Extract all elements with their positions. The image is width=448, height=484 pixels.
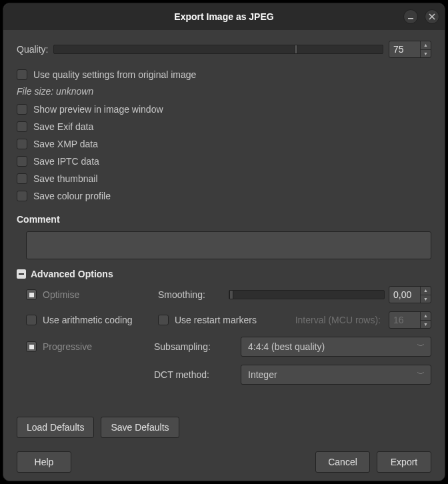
minimize-icon: [407, 13, 414, 20]
save-colour-profile-checkbox[interactable]: [17, 191, 27, 201]
smoothing-value[interactable]: 0,00: [389, 287, 420, 303]
load-defaults-button[interactable]: Load Defaults: [17, 417, 94, 438]
subsampling-select[interactable]: 4:4:4 (best quality) 〉: [241, 337, 431, 357]
smoothing-slider-thumb[interactable]: [229, 290, 233, 299]
dct-select[interactable]: Integer 〉: [241, 365, 431, 385]
interval-spinbox: 16 ▲ ▼: [389, 311, 431, 329]
smoothing-down[interactable]: ▼: [421, 295, 431, 303]
save-iptc-label: Save IPTC data: [33, 156, 99, 167]
cancel-button[interactable]: Cancel: [315, 451, 370, 473]
save-exif-label: Save Exif data: [33, 121, 93, 132]
smoothing-spinbox[interactable]: 0,00 ▲ ▼: [389, 286, 431, 303]
dialog-content: Quality: 75 ▲ ▼ Use quality settings fro…: [3, 30, 445, 481]
save-xmp-checkbox[interactable]: [17, 139, 27, 149]
filesize-text: File size: unknown: [17, 86, 431, 97]
restart-markers-label: Use restart markers: [175, 315, 257, 325]
comment-textarea[interactable]: [26, 231, 431, 259]
optimise-checkbox[interactable]: [26, 289, 37, 300]
quality-down[interactable]: ▼: [421, 50, 431, 58]
smoothing-slider[interactable]: [229, 290, 385, 299]
subsampling-label: Subsampling:: [154, 341, 241, 352]
use-original-quality-label: Use quality settings from original image: [33, 69, 196, 80]
dct-value: Integer: [248, 369, 277, 380]
advanced-expander-toggle[interactable]: [17, 269, 26, 279]
save-thumbnail-label: Save thumbnail: [33, 173, 98, 184]
smoothing-label: Smoothing:: [158, 289, 225, 300]
progressive-checkbox[interactable]: [26, 341, 37, 352]
save-xmp-label: Save XMP data: [33, 139, 98, 149]
quality-label: Quality:: [17, 44, 48, 55]
comment-label: Comment: [17, 214, 431, 225]
show-preview-checkbox[interactable]: [17, 104, 27, 115]
svg-rect-0: [408, 18, 413, 19]
use-original-quality-checkbox[interactable]: [17, 69, 27, 80]
subsampling-value: 4:4:4 (best quality): [248, 341, 325, 352]
dialog-window: Export Image as JPEG Quality: 75 ▲ ▼: [3, 3, 445, 481]
show-preview-label: Show preview in image window: [33, 104, 163, 115]
save-thumbnail-checkbox[interactable]: [17, 173, 27, 184]
smoothing-up[interactable]: ▲: [421, 287, 431, 295]
arithmetic-checkbox[interactable]: [26, 315, 37, 325]
help-button[interactable]: Help: [17, 451, 71, 473]
quality-value[interactable]: 75: [389, 41, 420, 57]
close-button[interactable]: [425, 9, 439, 24]
save-exif-checkbox[interactable]: [17, 121, 27, 132]
titlebar: Export Image as JPEG: [3, 3, 445, 30]
interval-down: ▼: [421, 321, 431, 329]
chevron-down-icon: 〉: [415, 371, 425, 379]
optimise-label: Optimise: [43, 289, 79, 300]
interval-up: ▲: [421, 312, 431, 321]
chevron-down-icon: 〉: [415, 343, 425, 351]
dct-label: DCT method:: [154, 369, 241, 380]
progressive-label: Progressive: [43, 341, 92, 352]
interval-value: 16: [389, 312, 420, 328]
export-button[interactable]: Export: [377, 451, 431, 473]
quality-up[interactable]: ▲: [421, 41, 431, 50]
advanced-title: Advanced Options: [31, 269, 113, 279]
window-title: Export Image as JPEG: [174, 11, 273, 22]
restart-markers-checkbox[interactable]: [158, 315, 169, 325]
save-defaults-button[interactable]: Save Defaults: [101, 417, 179, 438]
quality-slider-thumb[interactable]: [294, 45, 298, 54]
minimize-button[interactable]: [403, 9, 418, 24]
quality-slider[interactable]: [53, 45, 383, 54]
quality-spinbox[interactable]: 75 ▲ ▼: [389, 41, 431, 58]
save-colour-profile-label: Save colour profile: [33, 191, 111, 201]
interval-label: Interval (MCU rows):: [290, 315, 385, 325]
close-icon: [429, 13, 435, 20]
arithmetic-label: Use arithmetic coding: [43, 315, 133, 325]
save-iptc-checkbox[interactable]: [17, 156, 27, 167]
